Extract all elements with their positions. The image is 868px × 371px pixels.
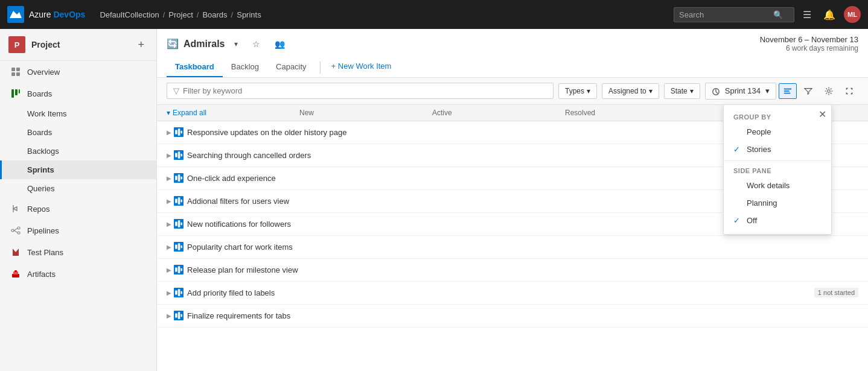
dropdown-item-off[interactable]: Off (724, 212, 831, 229)
work-item-row[interactable]: ▶ Add priority filed to labels 1 not sta… (157, 282, 868, 305)
work-item-expand-icon: ▶ (167, 198, 171, 205)
svg-rect-22 (178, 128, 180, 136)
sidebar-item-repos[interactable]: Repos (0, 198, 156, 220)
assigned-filter-btn[interactable]: Assigned to ▾ (602, 83, 659, 99)
nav-list-icon[interactable]: ☰ (799, 5, 815, 24)
breadcrumb-project[interactable]: Project (168, 10, 193, 19)
sprint-selector[interactable]: Sprint 134 ▾ (705, 83, 776, 100)
state-filter-btn[interactable]: State ▾ (664, 83, 700, 99)
top-nav-right: 🔍 ☰ 🔔 ML (674, 5, 861, 24)
dropdown-item-planning[interactable]: Planning (724, 194, 831, 212)
svg-point-9 (18, 227, 20, 229)
new-work-item-button[interactable]: + New Work Item (325, 58, 398, 74)
sprint-selector-text: Sprint 134 (725, 86, 761, 95)
boards-parent-icon (10, 88, 21, 99)
work-item-type-icon (174, 288, 183, 297)
sidebar-add-button[interactable]: + (134, 37, 148, 52)
breadcrumb-collection[interactable]: DefaultCollection (100, 10, 159, 19)
sidebar-label-work-items: Work Items (27, 109, 67, 118)
state-label: State (671, 87, 688, 95)
dropdown-divider (724, 160, 831, 161)
svg-point-8 (11, 229, 14, 232)
filter-input-wrap[interactable]: ▽ (167, 83, 554, 99)
sidebar-item-artifacts[interactable]: Artifacts (0, 263, 156, 285)
search-box[interactable]: 🔍 (674, 7, 794, 22)
svg-rect-15 (14, 270, 17, 272)
svg-rect-35 (181, 223, 182, 226)
sidebar-item-work-items[interactable]: Work Items (0, 104, 156, 123)
dropdown-close-btn[interactable]: ✕ (819, 109, 826, 120)
sidebar-item-backlogs[interactable]: Backlogs (0, 142, 156, 160)
board-team-btn[interactable]: 👥 (270, 36, 290, 52)
content-title-row: 🔄 Admirals ▾ ☆ 👥 November 6 – November 1… (167, 35, 858, 52)
side-pane-label: Side Pane (724, 163, 831, 177)
assigned-chevron-icon: ▾ (649, 87, 653, 95)
sidebar-item-queries[interactable]: Queries (0, 179, 156, 198)
settings-button[interactable] (820, 83, 838, 99)
sidebar-label-pipelines: Pipelines (27, 226, 59, 235)
search-input[interactable] (679, 10, 770, 19)
filter-input[interactable] (183, 86, 547, 95)
svg-rect-45 (175, 314, 177, 318)
types-label: Types (565, 87, 584, 95)
breadcrumb: DefaultCollection / Project / Boards / S… (100, 10, 674, 19)
dropdown-item-work-details[interactable]: Work details (724, 177, 831, 194)
svg-rect-43 (178, 289, 180, 296)
work-item-row[interactable]: ▶ Finalize requirements for tabs (157, 305, 868, 328)
stories-label: Stories (747, 145, 771, 154)
planning-label: Planning (747, 198, 777, 208)
sprint-selector-label (712, 86, 723, 96)
types-filter-btn[interactable]: Types ▾ (558, 83, 597, 99)
tab-capacity[interactable]: Capacity (267, 57, 315, 77)
svg-rect-30 (175, 199, 177, 203)
sidebar-item-boards-parent[interactable]: Boards (0, 83, 156, 104)
sidebar-label-queries: Queries (27, 184, 55, 193)
expand-chevron-icon: ▾ (167, 109, 170, 117)
tab-taskboard[interactable]: Taskboard (167, 57, 223, 77)
tab-backlog[interactable]: Backlog (223, 57, 267, 77)
sprint-info: November 6 – November 13 6 work days rem… (760, 35, 858, 52)
svg-rect-32 (181, 200, 182, 203)
svg-rect-28 (178, 174, 180, 182)
svg-point-10 (18, 232, 20, 234)
filter-button[interactable] (799, 83, 817, 99)
sidebar-item-boards[interactable]: Boards (0, 123, 156, 142)
dropdown-item-stories[interactable]: Stories (724, 141, 831, 158)
state-chevron-icon: ▾ (690, 87, 694, 95)
svg-rect-29 (181, 177, 182, 180)
sidebar-item-pipelines[interactable]: Pipelines (0, 220, 156, 241)
breadcrumb-boards[interactable]: Boards (202, 10, 227, 19)
expand-all-button[interactable]: ▾ Expand all (167, 109, 299, 117)
project-name: Project (31, 40, 128, 49)
sidebar-project: P Project + (0, 29, 156, 61)
work-item-expand-icon: ▶ (167, 129, 171, 136)
content-title: 🔄 Admirals ▾ ☆ 👥 (167, 36, 290, 52)
search-icon: 🔍 (773, 10, 783, 19)
work-item-expand-icon: ▶ (167, 312, 171, 319)
work-item-type-icon (174, 265, 183, 274)
sidebar: P Project + Overview Boards Work Items B… (0, 29, 157, 371)
sidebar-label-boards: Boards (27, 128, 52, 137)
work-item-type-icon (174, 127, 183, 137)
avatar[interactable]: ML (844, 6, 861, 23)
dropdown-item-people[interactable]: People (724, 123, 831, 141)
breadcrumb-sprints[interactable]: Sprints (237, 10, 261, 19)
logo[interactable]: Azure DevOps (7, 6, 85, 23)
nav-bell-icon[interactable]: 🔔 (820, 5, 839, 24)
svg-rect-41 (181, 268, 182, 271)
work-item-row[interactable]: ▶ Release plan for milestone view (157, 259, 868, 282)
expand-button[interactable] (840, 83, 858, 99)
board-favorite-btn[interactable]: ☆ (247, 36, 265, 52)
sidebar-item-sprints[interactable]: Sprints (0, 160, 156, 179)
artifacts-icon (10, 268, 21, 279)
svg-rect-38 (181, 246, 182, 249)
work-item-row[interactable]: ▶ Popularity chart for work items (157, 236, 868, 259)
work-item-expand-icon: ▶ (167, 175, 171, 182)
sprint-icon: 🔄 (167, 38, 179, 49)
work-item-type-icon (174, 242, 183, 252)
group-by-button[interactable] (779, 83, 797, 99)
board-dropdown-btn[interactable]: ▾ (229, 36, 243, 52)
sidebar-item-test-plans[interactable]: Test Plans (0, 241, 156, 263)
project-icon: P (8, 36, 25, 53)
sidebar-item-overview[interactable]: Overview (0, 61, 156, 83)
